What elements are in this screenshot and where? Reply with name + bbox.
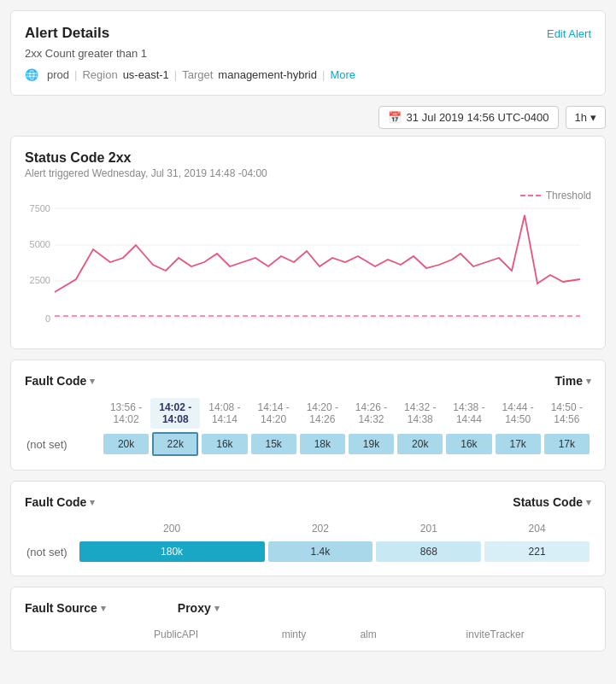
env-value: prod bbox=[47, 68, 69, 81]
status-code-chart-card: Status Code 2xx Alert triggered Wednesda… bbox=[10, 136, 606, 349]
interval-value: 1h bbox=[575, 111, 587, 124]
alert-subtitle: 2xx Count greater than 1 bbox=[25, 47, 591, 60]
table3-data: PublicAPI minty alm inviteTracker bbox=[25, 625, 591, 644]
table2-col1-header[interactable]: Fault Code ▾ bbox=[25, 495, 95, 509]
table1-header: Fault Code ▾ Time ▾ bbox=[25, 374, 591, 388]
svg-text:0: 0 bbox=[45, 313, 50, 324]
alert-details-card: Alert Details Edit Alert 2xx Count great… bbox=[10, 10, 606, 96]
time-col-4: 14:20 -14:26 bbox=[298, 398, 347, 429]
table2-thead-row: 200 202 201 204 bbox=[25, 519, 591, 538]
svg-text:5000: 5000 bbox=[30, 239, 50, 249]
time-col-5: 14:26 -14:32 bbox=[347, 398, 396, 429]
fault-code-label: (not set) bbox=[25, 429, 102, 459]
status-cell-202: 1.4k bbox=[267, 538, 375, 565]
table1-data: 13:56 -14:02 14:02 -14:08 14:08 -14:14 1… bbox=[25, 398, 591, 459]
svg-text:2500: 2500 bbox=[30, 275, 50, 285]
cell-5: 19k bbox=[347, 429, 396, 459]
time-controls: 📅 31 Jul 2019 14:56 UTC-0400 1h ▾ bbox=[10, 106, 606, 129]
region-value: us-east-1 bbox=[123, 68, 169, 81]
time-col-7: 14:38 -14:44 bbox=[444, 398, 493, 429]
fault-code2-label: (not set) bbox=[25, 538, 78, 565]
cell-7: 16k bbox=[444, 429, 493, 459]
svg-text:14:30: 14:30 bbox=[333, 324, 357, 326]
time-col-0: 13:56 -14:02 bbox=[102, 398, 150, 429]
cell-8: 17k bbox=[494, 429, 543, 459]
table-row: (not set) 20k 22k 16k 15k 18k 19k 20k 16… bbox=[25, 429, 591, 459]
proxy-sort-icon: ▾ bbox=[214, 603, 220, 614]
time-sort-icon: ▾ bbox=[586, 376, 591, 387]
target-value: management-hybrid bbox=[218, 68, 317, 81]
time-col-9: 14:50 -14:56 bbox=[543, 398, 591, 429]
proxy-col-publicapi: PublicAPI bbox=[102, 625, 250, 644]
interval-button[interactable]: 1h ▾ bbox=[566, 106, 606, 129]
time-col-1: 14:02 -14:08 bbox=[150, 398, 200, 429]
chart-subtitle: Alert triggered Wednesday, Jul 31, 2019 … bbox=[25, 167, 591, 179]
cell-1: 22k bbox=[150, 429, 200, 459]
table2-header: Fault Code ▾ Status Code ▾ bbox=[25, 495, 591, 509]
svg-text:7500: 7500 bbox=[30, 203, 50, 213]
threshold-legend: Threshold bbox=[520, 190, 591, 202]
cell-2: 16k bbox=[200, 429, 249, 459]
more-link[interactable]: More bbox=[330, 68, 355, 81]
table3-col2-header[interactable]: Proxy ▾ bbox=[178, 601, 220, 615]
table3-col1-header[interactable]: Fault Source ▾ bbox=[25, 601, 106, 615]
fault-code2-sort-icon: ▾ bbox=[90, 497, 95, 508]
table1-col2-header[interactable]: Time ▾ bbox=[555, 374, 591, 388]
cell-4: 18k bbox=[298, 429, 347, 459]
status-cell-204: 221 bbox=[483, 538, 591, 565]
chart-title: Status Code 2xx bbox=[25, 150, 591, 166]
table2-data: 200 202 201 204 (not set) 180k 1.4k 868 … bbox=[25, 519, 591, 565]
calendar-icon: 📅 bbox=[388, 111, 402, 124]
alert-title: Alert Details bbox=[25, 25, 109, 42]
fault-source-proxy-table-card: Fault Source ▾ Proxy ▾ PublicAPI minty a… bbox=[10, 587, 606, 652]
cell-3: 15k bbox=[249, 429, 298, 459]
alert-meta: 🌐 prod | Region us-east-1 | Target manag… bbox=[25, 68, 591, 81]
fault-code-time-table-card: Fault Code ▾ Time ▾ 13:56 -14:02 14:02 -… bbox=[10, 360, 606, 471]
table3-header: Fault Source ▾ Proxy ▾ bbox=[25, 601, 591, 615]
fault-code-status-table-card: Fault Code ▾ Status Code ▾ 200 202 201 2… bbox=[10, 481, 606, 576]
table1-thead-row: 13:56 -14:02 14:02 -14:08 14:08 -14:14 1… bbox=[25, 398, 591, 429]
alert-details-header: Alert Details Edit Alert bbox=[25, 25, 591, 42]
svg-text:14:00: 14:00 bbox=[64, 324, 88, 326]
region-label: Region bbox=[82, 68, 117, 81]
svg-text:14:10: 14:10 bbox=[154, 324, 178, 326]
cell-0: 20k bbox=[102, 429, 150, 459]
svg-text:14:20: 14:20 bbox=[243, 324, 267, 326]
proxy-col-invitetracker: inviteTracker bbox=[399, 625, 591, 644]
status-cell-201: 868 bbox=[374, 538, 483, 565]
threshold-dash-icon bbox=[520, 195, 541, 196]
chevron-down-icon: ▾ bbox=[590, 111, 596, 124]
svg-text:14:40: 14:40 bbox=[423, 324, 447, 326]
time-col-2: 14:08 -14:14 bbox=[200, 398, 249, 429]
date-value: 31 Jul 2019 14:56 UTC-0400 bbox=[407, 111, 549, 124]
table1-scroll: 13:56 -14:02 14:02 -14:08 14:08 -14:14 1… bbox=[25, 398, 591, 459]
edit-alert-link[interactable]: Edit Alert bbox=[547, 27, 591, 40]
target-label: Target bbox=[182, 68, 213, 81]
table2-col2-header[interactable]: Status Code ▾ bbox=[513, 495, 591, 509]
proxy-col-alm: alm bbox=[337, 625, 400, 644]
time-col-3: 14:14 -14:20 bbox=[249, 398, 298, 429]
time-col-6: 14:32 -14:38 bbox=[396, 398, 444, 429]
status-col-201: 201 bbox=[374, 519, 483, 538]
status-col-204: 204 bbox=[483, 519, 591, 538]
svg-text:14:50: 14:50 bbox=[513, 324, 537, 326]
chart-svg: 0 2500 5000 7500 14:00 14:10 14:20 14:30… bbox=[25, 190, 589, 326]
time-col-8: 14:44 -14:50 bbox=[494, 398, 543, 429]
status-col-202: 202 bbox=[267, 519, 375, 538]
cell-6: 20k bbox=[396, 429, 444, 459]
date-picker-button[interactable]: 📅 31 Jul 2019 14:56 UTC-0400 bbox=[378, 106, 559, 129]
table1-col1-header[interactable]: Fault Code ▾ bbox=[25, 374, 95, 388]
fault-source-sort-icon: ▾ bbox=[101, 603, 106, 614]
table3-thead-row: PublicAPI minty alm inviteTracker bbox=[25, 625, 591, 644]
chart-container: Threshold 0 2500 5000 7500 14:00 14:10 1… bbox=[25, 190, 591, 335]
cell-9: 17k bbox=[543, 429, 591, 459]
status-col-200: 200 bbox=[78, 519, 267, 538]
threshold-label: Threshold bbox=[546, 190, 591, 202]
globe-icon: 🌐 bbox=[25, 68, 38, 81]
fault-code-sort-icon: ▾ bbox=[90, 376, 95, 387]
status-code-sort-icon: ▾ bbox=[586, 497, 591, 508]
table-row: (not set) 180k 1.4k 868 221 bbox=[25, 538, 591, 565]
proxy-col-minty: minty bbox=[250, 625, 337, 644]
status-cell-200: 180k bbox=[78, 538, 267, 565]
